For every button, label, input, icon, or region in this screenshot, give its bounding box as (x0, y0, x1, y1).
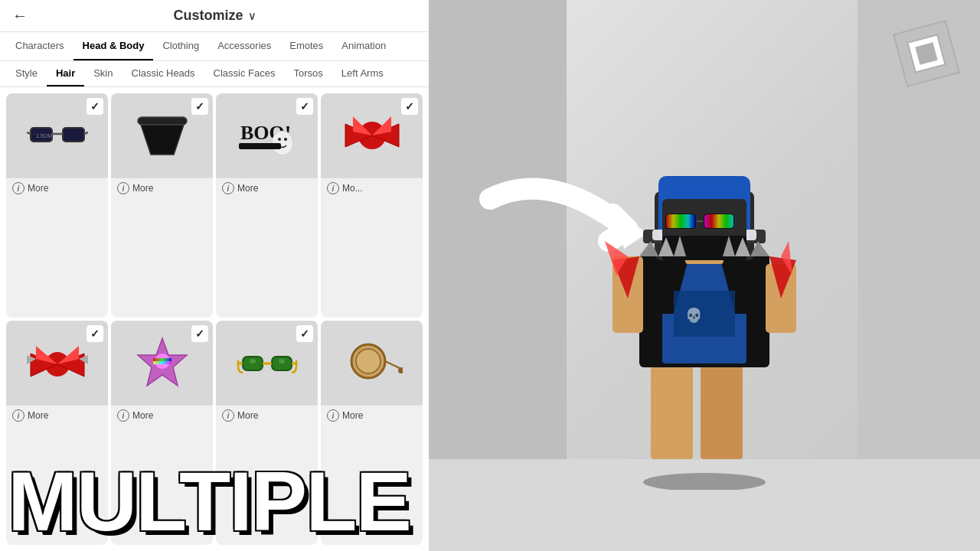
check-mark-2: ✓ (191, 98, 208, 115)
wings-icon (341, 105, 403, 166)
info-icon-3: i (222, 182, 234, 194)
sub-tabs: Style Hair Skin Classic Heads Classic Fa… (0, 61, 429, 87)
check-mark-3: ✓ (296, 98, 313, 115)
more-label-4: Mo... (342, 183, 363, 194)
svg-rect-1 (63, 128, 84, 142)
item-more-1[interactable]: i More (6, 178, 108, 198)
more-label-2: More (132, 183, 153, 194)
character-svg: 💀 (597, 122, 812, 490)
chevron-icon[interactable]: ∨ (248, 10, 256, 22)
more-label-6: More (132, 410, 153, 421)
more-label-1: More (28, 183, 48, 194)
item-image-bandana: ✓ (111, 93, 213, 178)
info-icon-7: i (222, 409, 234, 422)
boo-icon: BOO! (237, 105, 298, 166)
item-image-boo: BOO! ✓ (216, 93, 318, 178)
info-icon-4: i (327, 182, 339, 194)
item-card-sunglasses[interactable]: 1.5OM ✓ i More (6, 93, 108, 318)
svg-rect-12 (239, 143, 281, 149)
info-icon-8: i (327, 409, 339, 422)
sub-tab-hair[interactable]: Hair (47, 61, 84, 86)
info-icon-5: i (12, 409, 24, 422)
item-more-7[interactable]: i More (216, 405, 318, 425)
svg-rect-45 (651, 360, 693, 459)
svg-rect-66 (662, 236, 746, 260)
nav-tab-head-body[interactable]: Head & Body (74, 32, 154, 60)
svg-point-44 (643, 473, 766, 490)
nav-tab-clothing[interactable]: Clothing (153, 32, 208, 60)
items-grid: 1.5OM ✓ i More ✓ i More (0, 87, 429, 551)
sub-tab-style[interactable]: Style (6, 61, 47, 86)
top-bar: ← Customize ∨ (0, 0, 429, 32)
item-card-boo[interactable]: BOO! ✓ i More (216, 93, 318, 318)
item-more-3[interactable]: i More (216, 178, 318, 198)
item-more-2[interactable]: i More (111, 178, 213, 198)
svg-text:💀: 💀 (685, 307, 703, 324)
item-image-goggles: ✓ (216, 321, 318, 405)
item-more-8[interactable]: i More (321, 405, 423, 425)
info-icon-2: i (117, 182, 129, 194)
svg-point-37 (356, 349, 381, 373)
item-image-wings: ✓ (321, 93, 423, 178)
item-more-4[interactable]: i Mo... (321, 178, 423, 198)
svg-point-35 (279, 359, 285, 364)
nav-tab-characters[interactable]: Characters (6, 32, 74, 60)
sub-tab-skin[interactable]: Skin (84, 61, 122, 86)
wings2-icon (27, 332, 88, 393)
sub-tab-classic-faces[interactable]: Classic Faces (204, 61, 285, 86)
svg-rect-63 (666, 214, 695, 228)
left-panel: ← Customize ∨ Characters Head & Body Clo… (0, 0, 429, 551)
item-card-goggles[interactable]: ✓ i More (216, 321, 318, 545)
sunglasses-icon: 1.5OM (27, 105, 88, 166)
item-card-bandana[interactable]: ✓ i More (111, 93, 213, 318)
svg-rect-27 (153, 358, 172, 361)
more-label-3: More (237, 183, 258, 194)
item-card-wings2[interactable]: ✓ i More (6, 321, 108, 545)
item-more-6[interactable]: i More (111, 405, 213, 425)
check-mark-1: ✓ (87, 98, 103, 115)
item-image-rainbow-star: ✓ (111, 321, 213, 405)
nav-tab-emotes[interactable]: Emotes (280, 32, 332, 60)
svg-text:1.5OM: 1.5OM (36, 133, 52, 139)
svg-point-10 (278, 138, 281, 141)
item-image-sunglasses: 1.5OM ✓ (6, 93, 108, 178)
back-button[interactable]: ← (12, 7, 28, 24)
item-image-monocle (321, 321, 423, 405)
svg-rect-28 (153, 361, 172, 364)
svg-point-11 (284, 138, 287, 141)
nav-tab-accessories[interactable]: Accessories (208, 32, 280, 60)
sub-tab-classic-heads[interactable]: Classic Heads (122, 61, 204, 86)
roblox-logo (888, 15, 965, 92)
more-label-8: More (342, 410, 363, 421)
nav-tabs: Characters Head & Body Clothing Accessor… (0, 32, 429, 61)
item-image-wings2: ✓ (6, 321, 108, 405)
item-card-rainbow-star[interactable]: ✓ i More (111, 321, 213, 545)
character-figure: 💀 (597, 122, 812, 490)
sub-tab-torsos[interactable]: Torsos (285, 61, 332, 86)
svg-rect-64 (704, 214, 733, 228)
check-mark-6: ✓ (191, 325, 208, 342)
more-label-7: More (237, 410, 258, 421)
sub-tab-left-arms[interactable]: Left Arms (332, 61, 393, 86)
right-panel: 💀 (429, 0, 980, 551)
page-title: Customize ∨ (173, 8, 255, 24)
info-icon-1: i (12, 182, 24, 194)
check-mark-4: ✓ (401, 98, 418, 115)
svg-point-34 (250, 359, 256, 364)
rainbow-star-icon (132, 332, 193, 393)
svg-rect-51 (674, 291, 735, 337)
svg-line-38 (385, 361, 401, 369)
nav-tab-animation[interactable]: Animation (332, 32, 395, 60)
info-icon-6: i (117, 409, 129, 422)
goggles-icon (237, 332, 298, 393)
customize-label: Customize (173, 8, 243, 24)
item-card-monocle[interactable]: i More (321, 321, 423, 545)
bandana-icon (132, 105, 193, 166)
check-mark-5: ✓ (87, 325, 103, 342)
monocle-icon (341, 332, 403, 393)
svg-rect-7 (138, 117, 187, 125)
item-more-5[interactable]: i More (6, 405, 108, 425)
check-mark-7: ✓ (296, 325, 313, 342)
item-card-wings[interactable]: ✓ i Mo... (321, 93, 423, 318)
more-label-5: More (28, 410, 48, 421)
